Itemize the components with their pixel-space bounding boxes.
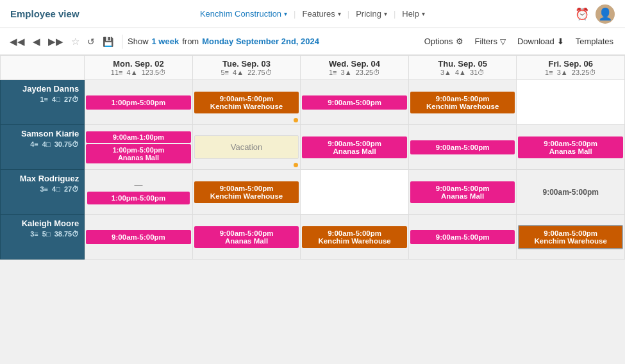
shift-dot-samson-tue	[294, 163, 298, 167]
day-name-mon: Mon. Sep. 02	[88, 59, 189, 69]
shift-jayden-mon[interactable]: 1:00pm-5:00pm	[85, 80, 193, 125]
shift-block-kaleigh-mon: 9:00am-5:00pm	[86, 230, 191, 244]
help-link[interactable]: Help	[402, 9, 419, 19]
shift-block-jayden-wed: 9:00am-5:00pm	[302, 95, 407, 110]
shift-samson-fri[interactable]: 9:00am-5:00pmAnanas Mall	[517, 125, 625, 170]
day-stats-fri: 1≡ 3▲ 23.25⏱	[520, 69, 621, 76]
shift-block-jayden-thu: 9:00am-5:00pmKenchim Warehouse	[410, 92, 515, 113]
shift-max-wed[interactable]	[301, 170, 409, 215]
header-employee-col	[1, 56, 85, 80]
show-label: Show	[128, 37, 149, 46]
options-label: Options	[424, 37, 453, 46]
shift-block-samson-fri: 9:00am-5:00pmAnanas Mall	[518, 136, 623, 158]
app-title: Employee view	[10, 8, 79, 19]
date-value[interactable]: Monday September 2nd, 2024	[202, 37, 319, 46]
download-button[interactable]: Download ⬇	[512, 34, 569, 49]
shift-block-samson-tue: Vacation	[194, 135, 299, 159]
star-button[interactable]: ☆	[68, 34, 83, 49]
employee-name-text-samson: Samson Kiarie	[6, 129, 79, 138]
shift-kaleigh-tue[interactable]: 9:00am-5:00pmAnanas Mall	[192, 215, 301, 260]
employee-row-max: Max Rodriguez 3≡ 4□ 27⏱ — 1:00pm-5:00pm …	[1, 170, 625, 215]
employee-name-jayden[interactable]: Jayden Danns 1≡ 4□ 27⏱	[1, 80, 85, 125]
employee-name-samson[interactable]: Samson Kiarie 4≡ 4□ 30.75⏱	[1, 125, 85, 170]
shift-max-tue[interactable]: 9:00am-5:00pmKenchim Warehouse	[192, 170, 301, 215]
help-arrow-icon: ▾	[422, 10, 425, 17]
shift-block-samson-mon-2: 1:00pm-5:00pmAnanas Mall	[86, 144, 191, 163]
shift-block-jayden-tue: 9:00am-5:00pmKenchim Warehouse	[194, 92, 299, 113]
employee-name-max[interactable]: Max Rodriguez 3≡ 4□ 27⏱	[1, 170, 85, 215]
shift-kaleigh-mon[interactable]: 9:00am-5:00pm	[85, 215, 193, 260]
shift-samson-tue[interactable]: Vacation	[192, 125, 301, 170]
shift-block-max-fri: 9:00am-5:00pm	[518, 188, 623, 197]
shift-kaleigh-fri[interactable]: 9:00am-5:00pmKenchim Warehouse	[517, 215, 625, 260]
shift-kaleigh-wed[interactable]: 9:00am-5:00pmKenchim Warehouse	[301, 215, 409, 260]
shift-dash-max-mon: —	[87, 180, 190, 190]
header-tue: Tue. Sep. 03 5≡ 4▲ 22.75⏱	[192, 56, 301, 80]
employee-name-text-jayden: Jayden Danns	[6, 84, 79, 94]
refresh-button[interactable]: ↺	[84, 35, 98, 49]
employee-row-jayden: Jayden Danns 1≡ 4□ 27⏱ 1:00pm-5:00pm 9:0…	[1, 80, 625, 125]
save-button[interactable]: 💾	[99, 35, 117, 49]
day-stats-mon: 11≡ 4▲ 123.5⏱	[88, 69, 189, 76]
shift-samson-wed[interactable]: 9:00am-5:00pmAnanas Mall	[301, 125, 409, 170]
shift-samson-mon[interactable]: 9:00am-1:00pm 1:00pm-5:00pmAnanas Mall	[85, 125, 193, 170]
employee-row-samson: Samson Kiarie 4≡ 4□ 30.75⏱ 9:00am-1:00pm…	[1, 125, 625, 170]
filters-button[interactable]: Filters ▽	[470, 34, 511, 49]
header-wed: Wed. Sep. 04 1≡ 3▲ 23.25⏱	[301, 56, 409, 80]
employee-stats-max: 3≡ 4□ 27⏱	[6, 185, 79, 193]
features-arrow-icon: ▾	[338, 10, 341, 17]
shift-samson-thu[interactable]: 9:00am-5:00pm	[408, 125, 517, 170]
shift-block-max-tue: 9:00am-5:00pmKenchim Warehouse	[194, 181, 299, 203]
header-row: Mon. Sep. 02 11≡ 4▲ 123.5⏱ Tue. Sep. 03 …	[1, 56, 625, 80]
shift-jayden-wed[interactable]: 9:00am-5:00pm	[301, 80, 409, 125]
shift-block-kaleigh-fri: 9:00am-5:00pmKenchim Warehouse	[518, 225, 623, 249]
shift-block-samson-thu: 9:00am-5:00pm	[410, 140, 515, 154]
templates-label: Templates	[576, 37, 613, 46]
prev-prev-button[interactable]: ◀◀	[6, 34, 28, 49]
shift-jayden-thu[interactable]: 9:00am-5:00pmKenchim Warehouse	[408, 80, 517, 125]
employee-stats-kaleigh: 3≡ 5□ 38.75⏱	[6, 230, 79, 238]
shift-jayden-tue[interactable]: 9:00am-5:00pmKenchim Warehouse	[192, 80, 301, 125]
day-stats-tue: 5≡ 4▲ 22.75⏱	[196, 69, 297, 76]
shift-block-max-mon: 1:00pm-5:00pm	[87, 192, 190, 204]
prev-button[interactable]: ◀	[29, 34, 44, 49]
shift-max-mon[interactable]: — 1:00pm-5:00pm	[85, 170, 193, 215]
features-link[interactable]: Features	[302, 9, 335, 19]
shift-kaleigh-thu[interactable]: 9:00am-5:00pm	[408, 215, 517, 260]
employee-name-kaleigh[interactable]: Kaleigh Moore 3≡ 5□ 38.75⏱	[1, 215, 85, 260]
employee-name-text-max: Max Rodriguez	[6, 174, 79, 183]
shift-dot-jayden-tue	[294, 118, 298, 122]
header-thu: Thu. Sep. 05 3▲ 4▲ 31⏱	[408, 56, 517, 80]
shift-block-kaleigh-tue: 9:00am-5:00pmAnanas Mall	[194, 226, 299, 248]
company-arrow-icon: ▾	[284, 10, 287, 17]
period-value[interactable]: 1 week	[152, 37, 179, 46]
alarm-icon[interactable]: ⏰	[575, 7, 589, 21]
day-name-wed: Wed. Sep. 04	[304, 59, 405, 69]
shift-block-kaleigh-wed: 9:00am-5:00pmKenchim Warehouse	[302, 226, 407, 248]
header-fri: Fri. Sep. 06 1≡ 3▲ 23.25⏱	[517, 56, 625, 80]
shift-block-kaleigh-thu: 9:00am-5:00pm	[410, 230, 515, 244]
day-name-tue: Tue. Sep. 03	[196, 59, 297, 69]
next-button[interactable]: ▶▶	[45, 34, 67, 49]
day-name-fri: Fri. Sep. 06	[520, 59, 621, 69]
shift-block-max-thu: 9:00am-5:00pmAnanas Mall	[410, 181, 515, 203]
day-stats-wed: 1≡ 3▲ 23.25⏱	[304, 69, 405, 76]
day-name-thu: Thu. Sep. 05	[412, 59, 513, 69]
download-icon: ⬇	[557, 37, 564, 46]
filters-icon: ▽	[500, 37, 506, 46]
filters-label: Filters	[475, 37, 497, 46]
pricing-link[interactable]: Pricing	[356, 9, 381, 19]
employee-name-text-kaleigh: Kaleigh Moore	[6, 219, 79, 228]
options-icon: ⚙	[456, 37, 463, 46]
templates-button[interactable]: Templates	[571, 34, 619, 49]
shift-max-fri[interactable]: 9:00am-5:00pm	[517, 170, 625, 215]
shift-max-thu[interactable]: 9:00am-5:00pmAnanas Mall	[408, 170, 517, 215]
company-link[interactable]: Kenchim Construction	[200, 9, 281, 19]
shift-jayden-fri[interactable]	[517, 80, 625, 125]
download-label: Download	[517, 37, 554, 46]
day-stats-thu: 3▲ 4▲ 31⏱	[412, 69, 513, 76]
options-button[interactable]: Options ⚙	[419, 34, 469, 49]
employee-stats-jayden: 1≡ 4□ 27⏱	[6, 95, 79, 103]
user-avatar[interactable]: 👤	[596, 4, 615, 24]
calendar-container: Mon. Sep. 02 11≡ 4▲ 123.5⏱ Tue. Sep. 03 …	[0, 55, 625, 364]
